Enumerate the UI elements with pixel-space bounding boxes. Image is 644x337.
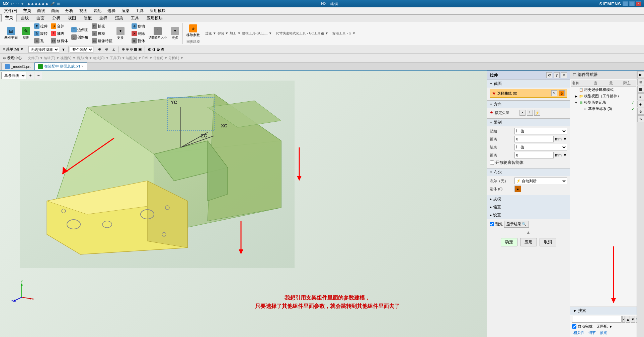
doc-tab-model1[interactable]: _model1.prt	[1, 63, 34, 70]
tree-item-datum-csys[interactable]: ⊕ 基准坐标系 (0) ✓	[571, 106, 636, 112]
bool-type-select[interactable]: ⚡ 自动判断	[514, 178, 567, 184]
btn-revolve[interactable]: ↻ 旋转	[33, 30, 49, 37]
curve-select-icon1[interactable]: ✎	[551, 90, 557, 96]
menu-select[interactable]: 选择	[105, 7, 118, 14]
view-add-btn[interactable]: +	[27, 72, 34, 79]
btn-suppress[interactable]: ⏸ 暂休	[130, 37, 146, 44]
toolbar-options[interactable]: ▼	[21, 2, 24, 6]
tab-select[interactable]: 选择	[96, 14, 111, 22]
start-type-select[interactable]: ⊢ 值	[514, 128, 567, 134]
ok-button[interactable]: 确定	[501, 238, 517, 246]
tab-assembly[interactable]: 装配	[80, 14, 95, 22]
minimize-button[interactable]: —	[623, 1, 628, 6]
preview-checkbox[interactable]	[490, 222, 494, 226]
btn-trim-body[interactable]: ✂ 修剪体	[50, 37, 69, 44]
btn-mirror-feature[interactable]: ⇔ 镜像特征	[90, 37, 114, 44]
tb-snap-line[interactable]: ⊘	[103, 46, 110, 52]
curve-select-icon2[interactable]: ⊙	[559, 90, 565, 96]
dialog-reset-btn[interactable]: ↺	[546, 72, 552, 78]
menu-home[interactable]: 主页	[20, 7, 34, 14]
tb-extra1[interactable]: ◐ ◑ ◒ ◓	[146, 46, 166, 52]
search-input[interactable]	[572, 316, 622, 323]
btn-edge-blend[interactable]: ⌒ 边倒圆	[70, 26, 90, 33]
vector-icon3[interactable]: ⚡	[534, 110, 540, 116]
tab-analysis[interactable]: 分析	[49, 14, 64, 22]
tab-curve[interactable]: 曲线	[17, 14, 32, 22]
open-profile-checkbox[interactable]	[490, 160, 494, 165]
tree-item-history-mode[interactable]: 📋 历史记录建模模式	[571, 87, 636, 93]
draft-header[interactable]: ▶ 拔模	[487, 195, 570, 203]
dialog-help-btn[interactable]: ?	[554, 72, 560, 78]
btn-more-construct[interactable]: ▼ 更多	[114, 26, 127, 41]
view-mode-select[interactable]: 单条曲线	[1, 72, 26, 79]
dialog-close-btn[interactable]: ×	[561, 72, 567, 78]
rt-btn-4[interactable]: ≡	[637, 93, 644, 100]
menu-analysis[interactable]: 分析	[63, 7, 76, 14]
start-unit-dropdown[interactable]: ▼	[563, 137, 567, 141]
menu-assembly[interactable]: 装配	[91, 7, 104, 14]
search-up-btn[interactable]: ▲	[626, 316, 630, 323]
vector-icon2[interactable]: !	[527, 110, 533, 116]
tb-filter-opts[interactable]: ▼	[60, 47, 67, 52]
match-dropdown[interactable]: ▼	[609, 325, 613, 329]
btn-shell[interactable]: □ 抽壳	[90, 23, 114, 29]
menu-file[interactable]: 文件(F)	[1, 7, 20, 14]
rt-btn-2[interactable]: ⊞	[637, 79, 644, 85]
settings-header[interactable]: ▶ 设置	[487, 211, 570, 219]
cancel-button[interactable]: 取消	[540, 238, 556, 246]
rt-btn-7[interactable]: ✎	[637, 115, 644, 122]
start-distance-input[interactable]: 0	[514, 136, 554, 142]
btn-more-basic[interactable]: ▼ 更多	[169, 26, 181, 41]
maximize-button[interactable]: □	[629, 1, 635, 6]
tb-discover[interactable]: ⊙ 发现中心	[1, 55, 23, 61]
nav-checkbox[interactable]: ☐	[573, 73, 576, 77]
end-type-select[interactable]: ⊢ 值	[514, 144, 567, 150]
menu-surface[interactable]: 曲面	[49, 7, 62, 14]
btn-subtract[interactable]: ∖ 减去	[50, 30, 69, 37]
select-body-icon[interactable]: ●	[514, 186, 521, 192]
menu-view[interactable]: 视图	[77, 7, 90, 14]
viewport[interactable]: 单条曲线 + ⋯	[0, 71, 487, 337]
search-down-btn[interactable]: ▼	[631, 316, 635, 323]
tab-tools[interactable]: 工具	[127, 14, 143, 22]
boolean-header[interactable]: ▼ 布尔	[487, 168, 570, 176]
tree-item-model-views[interactable]: ▶ 📁 模型视图（工作部件）	[571, 93, 636, 99]
vector-icon1[interactable]: ×	[519, 110, 526, 116]
search-header[interactable]: ▼ 搜索	[570, 307, 637, 315]
search-clear-btn[interactable]: ×	[622, 316, 625, 323]
btn-chamfer[interactable]: ◇ 倒斜角	[70, 34, 90, 40]
scroll-up-icon[interactable]: ▲	[526, 230, 531, 235]
btn-combine[interactable]: ∪ 合并	[50, 23, 69, 29]
btn-sketch[interactable]: ✎ 草图	[20, 26, 32, 41]
rt-btn-1[interactable]: ▶	[637, 71, 644, 78]
section-header[interactable]: ▼ 截面	[487, 80, 570, 88]
tab-app-modules[interactable]: 应用模块	[143, 14, 166, 22]
show-result-btn[interactable]: 显示结果 🔍	[504, 221, 529, 228]
btn-delete[interactable]: ✕ 删除	[130, 30, 146, 37]
btn-move[interactable]: ✛ 移动	[130, 23, 146, 29]
autocomplete-checkbox[interactable]	[572, 324, 576, 329]
end-unit-dropdown[interactable]: ▼	[563, 153, 567, 157]
menu-curve[interactable]: 曲线	[34, 7, 48, 14]
tab-render[interactable]: 渲染	[111, 14, 127, 22]
tb-menu[interactable]: ≡ 菜单(M) ▼	[1, 46, 25, 52]
rt-btn-5[interactable]: ◈	[637, 101, 644, 107]
apply-button[interactable]: 应用	[520, 238, 537, 246]
filter-combo[interactable]: 无选择过滤器	[28, 46, 59, 53]
btn-remove-params[interactable]: ⊘ 移除参数	[185, 23, 202, 38]
menu-tools[interactable]: 工具	[133, 7, 146, 14]
section-link-relevance[interactable]: 相关性	[572, 330, 586, 336]
btn-hole[interactable]: ○ 孔	[33, 37, 49, 44]
end-distance-input[interactable]: 8	[514, 152, 554, 158]
tb-snap-angle[interactable]: ∠	[110, 46, 117, 52]
limits-header[interactable]: ▼ 限制	[487, 119, 570, 126]
section-link-preview[interactable]: 预览	[598, 330, 609, 336]
view-options-btn[interactable]: ⋯	[35, 72, 42, 79]
tb-3d-icons[interactable]: ⊕ ⊗ ⊙ ▦ ▣	[120, 46, 143, 52]
btn-resize-blend[interactable]: ⌒ 调整圆角大小	[147, 26, 168, 41]
menu-app-modules[interactable]: 应用模块	[147, 7, 168, 14]
btn-datum-plane[interactable]: ⊞ 基准平面	[3, 26, 19, 41]
btn-draft[interactable]: ▷ 拔模	[90, 30, 114, 37]
undo-icon[interactable]: ↩	[11, 2, 14, 6]
scope-combo[interactable]: 整个装配	[70, 46, 93, 53]
